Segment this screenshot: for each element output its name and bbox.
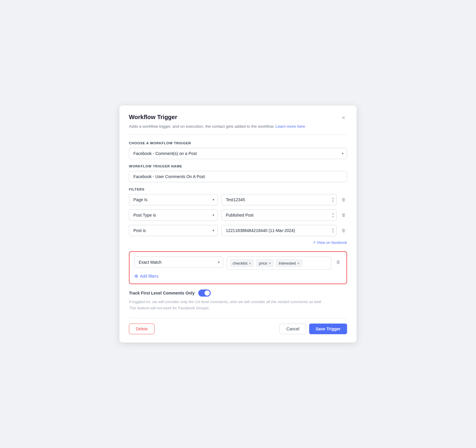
tag-checklist-label: checklist [233,261,247,265]
choose-trigger-label: CHOOSE A WORKFLOW TRIGGER [129,141,347,145]
filter-delete-button-3[interactable]: 🗑 [340,225,347,236]
filter-select-3[interactable]: Post is [129,225,218,236]
spinbox-arrows-2: ▲ ▼ [332,212,334,218]
tag-price-remove[interactable]: × [269,261,271,265]
track-toggle[interactable] [198,289,211,297]
tag-interested-label: Interested [279,261,296,265]
modal-header: Workflow Trigger × [129,114,347,122]
trigger-select-wrapper: Facebook - Comment(s) on a Post ▾ [129,148,347,159]
spinbox-arrows-1: ▲ ▼ [332,197,334,203]
tag-checklist-remove[interactable]: × [249,261,251,265]
filter-left-1: Page Is ▾ [129,194,218,205]
tag-interested-remove[interactable]: × [297,261,300,265]
filter-value-input-2[interactable] [221,209,337,221]
save-trigger-button[interactable]: Save Trigger [309,324,347,334]
track-comments-row: Track First Level Comments Only [129,289,347,297]
trigger-name-label: WORKFLOW TRIGGER NAME [129,164,347,168]
choose-trigger-section: CHOOSE A WORKFLOW TRIGGER Facebook - Com… [129,141,347,159]
highlight-filter-left: Exact Match ▾ [134,257,223,268]
spinbox-up-icon-1: ▲ [332,197,334,200]
spinbox-wrapper-3: ▲ ▼ [221,225,337,236]
filter-select-wrapper-2: Post Type is ▾ [129,209,218,221]
filter-delete-button-2[interactable]: 🗑 [340,210,347,220]
workflow-trigger-modal: Workflow Trigger × Adds a workflow trigg… [119,105,357,343]
trash-icon-2: 🗑 [341,212,346,217]
trash-icon-1: 🗑 [341,197,346,202]
add-filters-plus-icon: ⊕ [134,273,138,279]
filter-right-1: ▲ ▼ [221,194,337,205]
trigger-select[interactable]: Facebook - Comment(s) on a Post [129,148,347,159]
add-filters-label: Add filters [140,274,158,279]
trigger-name-section: WORKFLOW TRIGGER NAME [129,164,347,182]
filter-select-1[interactable]: Page Is [129,194,218,205]
tag-price-label: price [259,261,267,265]
filter-value-input-1[interactable] [221,194,337,205]
filter-row-3: Post is ▾ ▲ ▼ 🗑 [129,225,347,236]
spinbox-up-icon-3: ▲ [332,228,334,231]
filter-right-3: ▲ ▼ [221,225,337,236]
filter-delete-button-1[interactable]: 🗑 [340,195,347,205]
spinbox-down-icon-3: ▼ [332,231,334,233]
track-label: Track First Level Comments Only [129,291,195,295]
modal-title: Workflow Trigger [129,114,177,121]
spinbox-down-icon-2: ▼ [332,215,334,218]
highlight-filter-row: Exact Match ▾ checklist × price × [134,257,342,270]
highlight-filter-right: checklist × price × Interested × [227,257,331,270]
footer-right-buttons: Cancel Save Trigger [279,324,347,334]
trash-icon-highlight: 🗑 [336,260,341,265]
delete-button[interactable]: Delete [129,324,154,334]
view-facebook-container: ↗ View on facebook [129,240,347,248]
view-facebook-label: View on facebook [317,240,347,245]
tag-interested: Interested × [276,259,302,267]
filters-label: FILTERS [129,188,347,191]
filter-value-input-3[interactable] [221,225,337,236]
learn-more-link[interactable]: Learn more here [276,124,305,129]
filters-section: FILTERS Page Is ▾ ▲ ▼ [129,188,347,284]
external-link-icon: ↗ [312,240,316,245]
tag-price: price × [256,259,274,267]
tags-container: checklist × price × Interested × [227,257,331,270]
modal-subtitle: Adds a workflow trigger, and on executio… [129,124,347,129]
close-button[interactable]: × [340,114,347,122]
modal-footer: Delete Cancel Save Trigger [129,318,347,334]
trigger-name-input[interactable] [129,171,347,182]
view-facebook-link[interactable]: ↗ View on facebook [312,240,347,245]
spinbox-wrapper-2: ▲ ▼ [221,209,337,221]
highlight-filter-section: Exact Match ▾ checklist × price × [129,251,347,284]
filter-left-3: Post is ▾ [129,225,218,236]
filter-row-1: Page Is ▾ ▲ ▼ 🗑 [129,194,347,205]
spinbox-wrapper-1: ▲ ▼ [221,194,337,205]
spinbox-down-icon-1: ▼ [332,200,334,203]
filter-select-wrapper-3: Post is ▾ [129,225,218,236]
highlight-filter-delete-button[interactable]: 🗑 [335,257,342,267]
tag-checklist: checklist × [230,259,254,267]
toggle-slider [198,289,211,297]
cancel-button[interactable]: Cancel [279,324,306,334]
trash-icon-3: 🗑 [341,228,346,233]
spinbox-up-icon-2: ▲ [332,212,334,215]
filter-left-2: Post Type is ▾ [129,209,218,221]
track-note: If toggled on, we will consider only the… [129,299,347,311]
spinbox-arrows-3: ▲ ▼ [332,228,334,233]
add-filters-button[interactable]: ⊕ Add filters [134,273,158,279]
header-divider [129,135,347,135]
filter-right-2: ▲ ▼ [221,209,337,221]
exact-match-select[interactable]: Exact Match [134,257,223,268]
exact-match-select-wrapper: Exact Match ▾ [134,257,223,268]
filter-select-2[interactable]: Post Type is [129,209,218,221]
filter-row-2: Post Type is ▾ ▲ ▼ 🗑 [129,209,347,221]
filter-select-wrapper-1: Page Is ▾ [129,194,218,205]
